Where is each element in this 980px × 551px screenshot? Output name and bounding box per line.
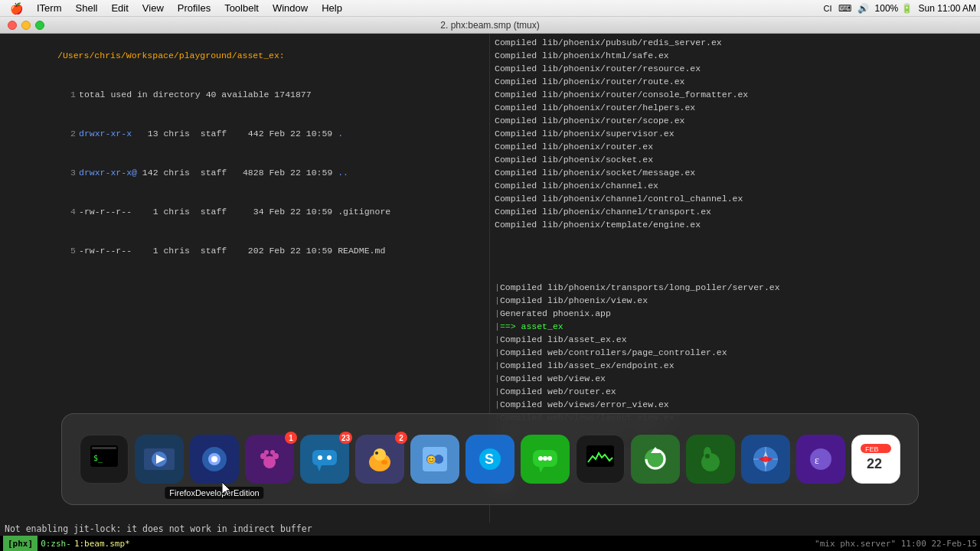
dock-tooltip-firefox: FirefoxDeveloperEdition	[165, 487, 263, 499]
window-title: 2. phx:beam.smp (tmux)	[440, 20, 539, 31]
compiled-10: Compiled lib/phoenix/socket.ex	[495, 153, 975, 166]
svg-point-11	[211, 456, 217, 462]
menu-bar: 🍎 ITerm Shell Edit View Profiles Toolbel…	[0, 0, 980, 17]
generated-phoenix: |Generated phoenix.app	[495, 307, 975, 320]
ls-line-1: 1total used in directory 40 available 17…	[5, 75, 485, 114]
path-line: /Users/chris/Workspace/playground/asset_…	[5, 36, 485, 75]
compiled-15: Compiled lib/phoenix/template/engine.ex	[495, 218, 975, 231]
dock-paw[interactable]: 1	[245, 435, 294, 484]
dock-iterm[interactable]: $_	[80, 435, 129, 484]
compiled-13: Compiled lib/phoenix/channel/control_cha…	[495, 192, 975, 205]
svg-point-21	[318, 455, 322, 460]
dock-evernote[interactable]	[686, 435, 735, 484]
svg-point-42	[547, 456, 552, 461]
dock: $_	[61, 413, 919, 505]
compiled-page-ctrl: |Compiled web/controllers/page_controlle…	[495, 346, 975, 359]
compiled-web-view: |Compiled web/view.ex	[495, 372, 975, 385]
svg-point-25	[374, 448, 386, 461]
svg-rect-19	[312, 450, 337, 465]
ls-line-3: 3drwxr-xr-x@ 142 chris staff 4828 Feb 22…	[5, 153, 485, 192]
svg-point-59	[810, 448, 831, 470]
menu-view[interactable]: View	[136, 1, 170, 15]
svg-text:😊: 😊	[426, 455, 436, 465]
svg-point-17	[270, 450, 275, 455]
dock-emacs[interactable]: ε	[796, 435, 845, 484]
path-text: /Users/chris/Workspace/playground/asset_…	[57, 51, 285, 60]
compiled-error-view: |Compiled web/views/error_view.ex	[495, 398, 975, 411]
minimize-button[interactable]	[21, 21, 31, 30]
compiled-3: Compiled lib/phoenix/router/resource.ex	[495, 62, 975, 75]
dock-rdm[interactable]	[631, 435, 680, 484]
dock-tweetbot[interactable]: 23	[300, 435, 349, 484]
warning-text: Not enabling jit-lock: it does not work …	[5, 523, 975, 536]
close-button[interactable]	[8, 21, 17, 30]
menu-bar-right: CI ⌨ 🔊 100% 🔋 Sun 11:00 AM	[824, 3, 976, 14]
menu-bar-left: 🍎 ITerm Shell Edit View Profiles Toolbel…	[4, 1, 348, 16]
dock-activity-monitor[interactable]	[576, 435, 625, 484]
tmux-window-1-active: 1:beam.smp*	[74, 539, 130, 549]
compiled-asset-ex: |Compiled lib/asset_ex.ex	[495, 333, 975, 346]
ls-line-5: 5-rw-r--r-- 1 chris staff 202 Feb 22 10:…	[5, 231, 485, 270]
compiled-14: Compiled lib/phoenix/channel/transport.e…	[495, 205, 975, 218]
ls-line-6: 6-rw-r--r-- 1 chris staff 564 Feb 22 10:…	[5, 270, 485, 279]
tmux-right-status: "mix phx.server" 11:00 22-Feb-15	[815, 539, 977, 549]
compiled-12: Compiled lib/phoenix/channel.ex	[495, 179, 975, 192]
paw-badge: 1	[285, 432, 297, 444]
menu-window[interactable]: Window	[266, 1, 314, 15]
compiled-5: Compiled lib/phoenix/router/console_form…	[495, 88, 975, 101]
svg-point-27	[375, 452, 378, 455]
dock-firefox-dev[interactable]: FirefoxDeveloperEdition	[190, 435, 239, 484]
compiled-8: Compiled lib/phoenix/supervisor.ex	[495, 127, 975, 140]
apple-menu[interactable]: 🍎	[4, 1, 29, 16]
menu-shell[interactable]: Shell	[70, 1, 104, 15]
svg-text:ε: ε	[815, 455, 819, 466]
compiled-4: Compiled lib/phoenix/router/route.ex	[495, 75, 975, 88]
traffic-lights	[8, 21, 44, 30]
svg-point-26	[381, 460, 387, 465]
svg-point-22	[327, 455, 332, 460]
menu-volume: 🔊	[858, 3, 869, 14]
ls-line-4: 4-rw-r--r-- 1 chris staff 34 Feb 22 10:5…	[5, 192, 485, 231]
tmux-bar: [phx] 0:zsh- 1:beam.smp* "mix phx.server…	[0, 536, 980, 551]
svg-text:FEB: FEB	[865, 445, 879, 453]
dock-safari[interactable]	[741, 435, 790, 484]
tmux-window-badge: [phx]	[3, 536, 38, 551]
menu-help[interactable]: Help	[315, 1, 348, 15]
dock-skype[interactable]: S	[466, 435, 514, 484]
right-pane: Compiled lib/phoenix/pubsub/redis_server…	[490, 34, 980, 279]
svg-point-16	[264, 450, 269, 455]
compiled-b1: |Compiled lib/phoenix/transports/long_po…	[495, 281, 975, 294]
menu-iterm[interactable]: ITerm	[31, 1, 68, 15]
compiled-7: Compiled lib/phoenix/router/scope.ex	[495, 114, 975, 127]
menu-toolbelt[interactable]: Toolbelt	[218, 1, 265, 15]
compiled-6: Compiled lib/phoenix/router/helpers.ex	[495, 101, 975, 114]
maximize-button[interactable]	[35, 21, 44, 30]
arrow-asset-ex: |==> asset_ex	[495, 320, 975, 333]
menu-battery: 100% 🔋	[875, 3, 913, 14]
svg-point-41	[543, 456, 547, 461]
svg-rect-2	[92, 447, 116, 449]
compiled-web-router: |Compiled web/router.ex	[495, 385, 975, 398]
menu-keyboard: ⌨	[838, 3, 851, 14]
svg-text:22: 22	[867, 456, 882, 471]
menu-clock: Sun 11:00 AM	[919, 3, 976, 14]
dock-calendar[interactable]: FEB 22	[851, 435, 900, 484]
dock-slideshow[interactable]	[135, 435, 184, 484]
compiled-9: Compiled lib/phoenix/router.ex	[495, 140, 975, 153]
compiled-2: Compiled lib/phoenix/html/safe.ex	[495, 49, 975, 62]
compiled-1: Compiled lib/phoenix/pubsub/redis_server…	[495, 36, 975, 49]
ls-line-2: 2drwxr-xr-x 13 chris staff 442 Feb 22 10…	[5, 114, 485, 153]
menu-profiles[interactable]: Profiles	[172, 1, 217, 15]
menu-edit[interactable]: Edit	[105, 1, 134, 15]
menu-ci: CI	[824, 4, 832, 13]
warning-bar: Not enabling jit-lock: it does not work …	[0, 523, 980, 536]
tmux-window-0: 0:zsh-	[41, 539, 71, 549]
dock-cyberduck[interactable]: 2	[355, 435, 404, 484]
dock-finder[interactable]: 😊	[410, 435, 459, 484]
svg-point-40	[538, 456, 543, 461]
compiled-11: Compiled lib/phoenix/socket/message.ex	[495, 166, 975, 179]
svg-text:S: S	[485, 452, 494, 467]
left-pane: /Users/chris/Workspace/playground/asset_…	[0, 34, 490, 279]
dock-messages[interactable]	[521, 435, 570, 484]
compiled-b2: |Compiled lib/phoenix/view.ex	[495, 294, 975, 307]
